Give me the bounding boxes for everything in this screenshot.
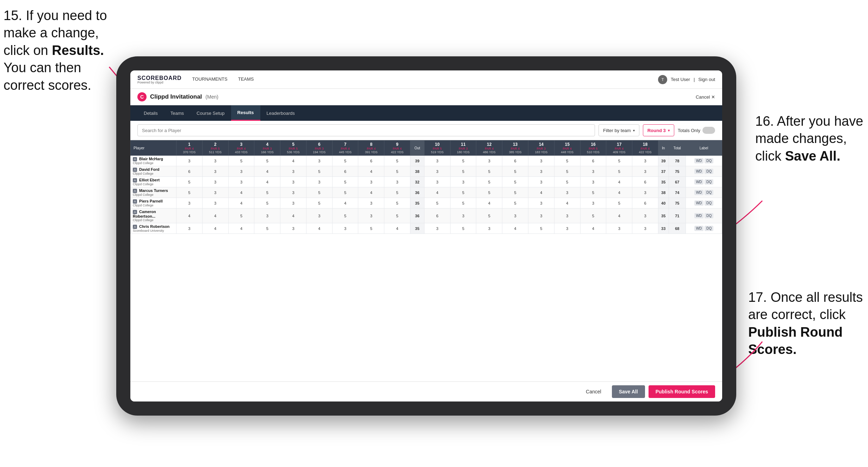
score-cell[interactable]: 3 <box>424 156 450 166</box>
score-cell[interactable]: 3 <box>424 177 450 187</box>
score-cell[interactable]: 3 <box>528 166 554 177</box>
score-cell[interactable]: 5 <box>476 177 502 187</box>
score-cell[interactable]: 3 <box>228 166 254 177</box>
search-input[interactable] <box>137 124 595 136</box>
score-cell[interactable]: 5 <box>502 198 528 208</box>
score-cell[interactable]: 4 <box>228 223 254 234</box>
score-cell[interactable]: 3 <box>632 208 658 223</box>
score-cell[interactable]: 4 <box>424 187 450 198</box>
score-cell[interactable]: 3 <box>358 198 384 208</box>
score-cell[interactable]: 3 <box>528 177 554 187</box>
score-cell[interactable]: 3 <box>280 198 306 208</box>
score-cell[interactable]: 6 <box>358 156 384 166</box>
score-cell[interactable]: 5 <box>554 177 580 187</box>
score-cell[interactable]: 4 <box>358 166 384 177</box>
toggle-switch[interactable] <box>702 127 715 134</box>
cancel-button[interactable]: Cancel ✕ <box>696 94 715 100</box>
score-cell[interactable]: 3 <box>528 208 554 223</box>
score-cell[interactable]: 5 <box>332 187 358 198</box>
score-cell[interactable]: 4 <box>254 177 280 187</box>
score-cell[interactable]: 5 <box>528 223 554 234</box>
score-cell[interactable]: 3 <box>580 166 606 177</box>
wd-button[interactable]: WD <box>694 179 704 185</box>
score-cell[interactable]: 6 <box>632 198 658 208</box>
score-cell[interactable]: 5 <box>450 198 476 208</box>
score-cell[interactable]: 3 <box>306 208 332 223</box>
score-cell[interactable]: 3 <box>424 223 450 234</box>
score-cell[interactable]: 3 <box>306 177 332 187</box>
score-cell[interactable]: 3 <box>450 177 476 187</box>
wd-button[interactable]: WD <box>694 190 704 195</box>
score-cell[interactable]: 4 <box>280 156 306 166</box>
wd-button[interactable]: WD <box>694 169 704 174</box>
tab-course-setup[interactable]: Course Setup <box>190 105 231 121</box>
score-cell[interactable]: 3 <box>632 223 658 234</box>
score-cell[interactable]: 5 <box>476 166 502 177</box>
publish-round-scores-button[interactable]: Publish Round Scores <box>649 385 715 398</box>
dq-button[interactable]: DQ <box>705 169 713 174</box>
score-cell[interactable]: 3 <box>580 198 606 208</box>
score-cell[interactable]: 5 <box>554 156 580 166</box>
score-cell[interactable]: 4 <box>332 198 358 208</box>
score-cell[interactable]: 3 <box>554 187 580 198</box>
score-cell[interactable]: 4 <box>606 208 632 223</box>
score-cell[interactable]: 4 <box>202 208 228 223</box>
score-cell[interactable]: 5 <box>254 223 280 234</box>
score-cell[interactable]: 5 <box>384 156 410 166</box>
score-cell[interactable]: 3 <box>228 177 254 187</box>
score-cell[interactable]: 5 <box>384 187 410 198</box>
score-cell[interactable]: 3 <box>632 187 658 198</box>
score-cell[interactable]: 3 <box>528 198 554 208</box>
score-cell[interactable]: 4 <box>476 198 502 208</box>
score-cell[interactable]: 3 <box>554 223 580 234</box>
score-cell[interactable]: 5 <box>384 198 410 208</box>
score-cell[interactable]: 5 <box>228 208 254 223</box>
score-cell[interactable]: 3 <box>332 223 358 234</box>
score-cell[interactable]: 4 <box>254 166 280 177</box>
score-cell[interactable]: 3 <box>424 166 450 177</box>
score-cell[interactable]: 5 <box>332 177 358 187</box>
score-cell[interactable]: 5 <box>450 223 476 234</box>
score-cell[interactable]: 4 <box>228 198 254 208</box>
score-cell[interactable]: 5 <box>228 156 254 166</box>
score-cell[interactable]: 6 <box>176 166 203 177</box>
score-cell[interactable]: 3 <box>280 187 306 198</box>
score-cell[interactable]: 4 <box>176 208 203 223</box>
score-cell[interactable]: 3 <box>254 208 280 223</box>
score-cell[interactable]: 3 <box>606 223 632 234</box>
round-selector-button[interactable]: Round 3 ▾ <box>643 124 674 136</box>
save-all-button[interactable]: Save All <box>612 385 645 398</box>
score-cell[interactable]: 5 <box>332 156 358 166</box>
score-cell[interactable]: 5 <box>332 208 358 223</box>
score-cell[interactable]: 5 <box>306 166 332 177</box>
score-cell[interactable]: 3 <box>176 223 203 234</box>
score-cell[interactable]: 5 <box>450 156 476 166</box>
signout-link[interactable]: Sign out <box>698 77 715 82</box>
nav-teams[interactable]: TEAMS <box>238 76 254 82</box>
dq-button[interactable]: DQ <box>705 190 713 195</box>
dq-button[interactable]: DQ <box>705 226 713 231</box>
score-cell[interactable]: 5 <box>476 208 502 223</box>
score-cell[interactable]: 3 <box>306 156 332 166</box>
score-cell[interactable]: 3 <box>580 177 606 187</box>
score-cell[interactable]: 3 <box>384 177 410 187</box>
score-cell[interactable]: 4 <box>384 223 410 234</box>
score-cell[interactable]: 5 <box>476 187 502 198</box>
score-cell[interactable]: 5 <box>384 208 410 223</box>
score-cell[interactable]: 5 <box>580 187 606 198</box>
score-cell[interactable]: 5 <box>254 187 280 198</box>
score-cell[interactable]: 4 <box>554 198 580 208</box>
score-cell[interactable]: 5 <box>424 198 450 208</box>
score-cell[interactable]: 3 <box>632 156 658 166</box>
score-cell[interactable]: 3 <box>280 223 306 234</box>
score-cell[interactable]: 4 <box>580 223 606 234</box>
score-cell[interactable]: 3 <box>202 198 228 208</box>
score-cell[interactable]: 6 <box>580 156 606 166</box>
wd-button[interactable]: WD <box>694 213 704 218</box>
score-cell[interactable]: 5 <box>176 177 203 187</box>
score-cell[interactable]: 3 <box>632 166 658 177</box>
score-cell[interactable]: 3 <box>202 177 228 187</box>
score-cell[interactable]: 3 <box>202 156 228 166</box>
score-cell[interactable]: 5 <box>450 187 476 198</box>
score-cell[interactable]: 5 <box>606 156 632 166</box>
